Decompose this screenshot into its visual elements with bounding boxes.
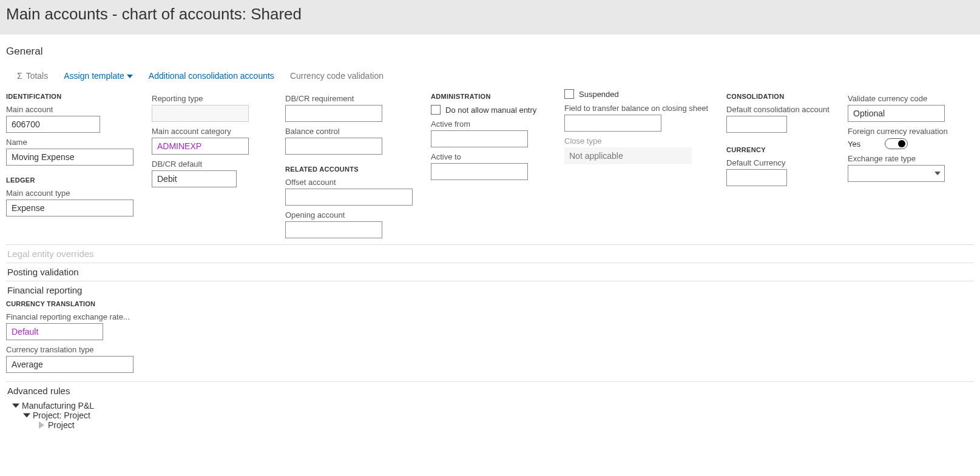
- name-field[interactable]: Moving Expense: [6, 149, 133, 166]
- additional-consolidation-action[interactable]: Additional consolidation accounts: [149, 71, 274, 81]
- page-title: Main accounts - chart of accounts: Share…: [6, 5, 974, 24]
- close-type-field: Not applicable: [564, 147, 692, 164]
- dbcr-requirement-field[interactable]: [285, 105, 382, 122]
- exchange-rate-type-field[interactable]: [848, 165, 945, 182]
- foreign-revaluation-toggle[interactable]: [885, 138, 908, 149]
- group-ledger: LEDGER: [6, 176, 133, 184]
- col-validate: Validate currency code Optional Foreign …: [848, 89, 963, 238]
- label-main-account: Main account: [6, 105, 133, 114]
- currency-translation-type-field[interactable]: Average: [6, 356, 133, 373]
- main-account-category-field[interactable]: ADMINEXP: [152, 138, 249, 155]
- manual-entry-row[interactable]: Do not allow manual entry: [431, 105, 546, 115]
- label-main-account-type: Main account type: [6, 189, 133, 198]
- chevron-down-icon: [934, 172, 941, 175]
- col-admin2: Suspended Field to transfer balance on c…: [564, 89, 708, 238]
- field-transfer-field[interactable]: [564, 115, 661, 132]
- assign-template-action[interactable]: Assign template: [64, 71, 133, 81]
- label-dbcr-requirement: DB/CR requirement: [285, 94, 413, 103]
- label-field-transfer: Field to transfer balance on closing she…: [564, 104, 708, 113]
- advanced-rules-tree: Manufacturing P&L Project: Project Proje…: [6, 400, 974, 436]
- main-account-field[interactable]: 606700: [6, 116, 100, 133]
- section-general[interactable]: General: [6, 45, 974, 58]
- manual-entry-checkbox[interactable]: [431, 105, 441, 115]
- active-to-field[interactable]: [431, 163, 528, 180]
- foreign-revaluation-value: Yes: [848, 139, 860, 149]
- group-currency-translation: CURRENCY TRANSLATION: [6, 300, 974, 307]
- label-opening-account: Opening account: [285, 210, 413, 220]
- triangle-expanded-icon: [12, 403, 19, 407]
- reporting-type-field[interactable]: [152, 105, 249, 122]
- active-from-field[interactable]: [431, 130, 528, 147]
- label-exchange-rate-type: Exchange rate type: [848, 154, 963, 163]
- balance-control-field[interactable]: [285, 138, 382, 155]
- offset-account-field[interactable]: [285, 189, 413, 206]
- action-row: ΣTotals Assign template Additional conso…: [6, 66, 974, 89]
- suspended-row[interactable]: Suspended: [564, 89, 708, 99]
- triangle-collapsed-icon: [39, 421, 44, 429]
- dbcr-default-field[interactable]: Debit: [152, 170, 237, 187]
- label-dbcr-default: DB/CR default: [152, 159, 267, 169]
- opening-account-field[interactable]: [285, 221, 382, 238]
- group-currency: CURRENCY: [726, 146, 830, 153]
- label-offset-account: Offset account: [285, 178, 413, 187]
- tree-node-project-project[interactable]: Project: Project: [24, 411, 974, 420]
- triangle-expanded-icon: [23, 413, 30, 417]
- default-consolidation-field[interactable]: [726, 116, 787, 133]
- tree-node-manufacturing[interactable]: Manufacturing P&L: [13, 401, 974, 411]
- col-ledger-extra: Reporting type Main account category ADM…: [152, 89, 267, 238]
- label-currency-translation-type: Currency translation type: [6, 345, 974, 354]
- validate-currency-field[interactable]: Optional: [848, 105, 945, 122]
- label-default-consolidation: Default consolidation account: [726, 105, 830, 114]
- label-active-from: Active from: [431, 119, 546, 129]
- label-close-type: Close type: [564, 136, 708, 146]
- label-validate-currency: Validate currency code: [848, 94, 963, 103]
- label-default-currency: Default Currency: [726, 158, 830, 167]
- label-name: Name: [6, 138, 133, 147]
- fasttab-financial-reporting[interactable]: Financial reporting: [6, 281, 974, 299]
- suspended-checkbox[interactable]: [564, 89, 574, 99]
- tree-node-project[interactable]: Project: [39, 420, 974, 430]
- label-fr-exchange-rate: Financial reporting exchange rate...: [6, 312, 974, 321]
- label-reporting-type: Reporting type: [152, 94, 267, 103]
- sigma-icon: Σ: [17, 71, 22, 81]
- fasttab-legal-entity[interactable]: Legal entity overrides: [6, 245, 974, 263]
- fasttab-posting-validation[interactable]: Posting validation: [6, 263, 974, 281]
- col-related: DB/CR requirement Balance control RELATE…: [285, 89, 413, 238]
- group-administration: ADMINISTRATION: [431, 93, 546, 100]
- page-header: Main accounts - chart of accounts: Share…: [0, 0, 980, 35]
- default-currency-field[interactable]: [726, 169, 787, 186]
- group-related-accounts: RELATED ACCOUNTS: [285, 166, 413, 173]
- group-identification: IDENTIFICATION: [6, 93, 133, 100]
- currency-code-validation-action[interactable]: Currency code validation: [290, 71, 384, 81]
- label-balance-control: Balance control: [285, 127, 413, 136]
- fasttab-advanced-rules[interactable]: Advanced rules: [6, 382, 974, 400]
- group-consolidation: CONSOLIDATION: [726, 93, 830, 100]
- label-active-to: Active to: [431, 152, 546, 161]
- suspended-label: Suspended: [579, 90, 619, 99]
- label-foreign-revaluation: Foreign currency revaluation: [848, 127, 963, 136]
- manual-entry-label: Do not allow manual entry: [445, 106, 536, 115]
- fr-exchange-rate-field[interactable]: Default: [6, 323, 103, 340]
- chevron-down-icon: [127, 75, 133, 78]
- label-main-account-category: Main account category: [152, 127, 267, 136]
- main-account-type-field[interactable]: Expense: [6, 199, 133, 216]
- col-admin: ADMINISTRATION Do not allow manual entry…: [431, 89, 546, 238]
- col-consolidation: CONSOLIDATION Default consolidation acco…: [726, 89, 830, 238]
- col-identification: IDENTIFICATION Main account 606700 Name …: [6, 89, 133, 238]
- totals-action[interactable]: ΣTotals: [17, 71, 48, 81]
